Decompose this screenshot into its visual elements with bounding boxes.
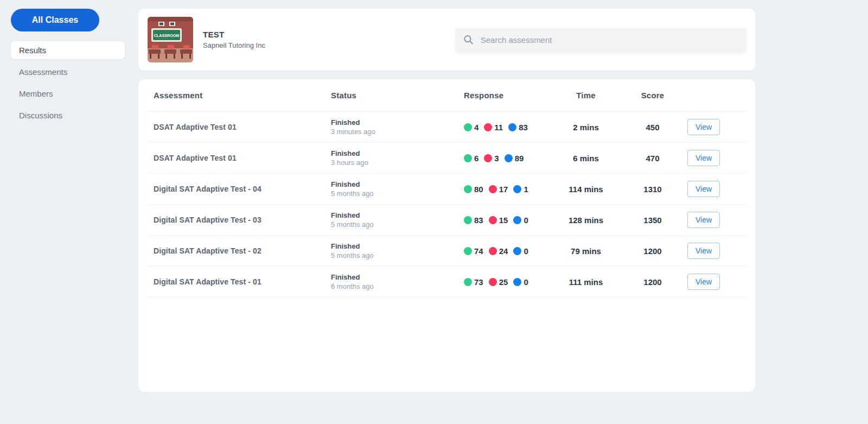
status-text: Finished: [331, 273, 464, 281]
response-cell: 74 24 0: [464, 246, 545, 256]
unanswered-group: 0: [513, 246, 528, 256]
correct-group: 4: [464, 123, 478, 132]
incorrect-group: 3: [484, 154, 499, 163]
view-cell: View: [679, 274, 747, 290]
score-cell: 1200: [627, 246, 679, 256]
correct-dot-icon: [464, 185, 472, 193]
sidebar: All Classes Results Assessments Members …: [11, 9, 125, 128]
incorrect-count: 24: [499, 246, 508, 256]
unanswered-count: 89: [515, 154, 524, 163]
search-bar[interactable]: [455, 28, 746, 52]
main-content: CLASSROOM TEST Sapneil Tutoring Inc: [138, 9, 755, 392]
unanswered-group: 0: [513, 216, 528, 225]
incorrect-group: 24: [489, 246, 508, 256]
search-icon: [463, 34, 474, 45]
view-cell: View: [679, 212, 747, 228]
unanswered-count: 0: [524, 277, 528, 287]
correct-group: 83: [464, 216, 483, 225]
svg-text:CLASSROOM: CLASSROOM: [154, 33, 180, 38]
correct-group: 80: [464, 185, 483, 194]
view-button[interactable]: View: [687, 243, 720, 259]
status-text: Finished: [331, 180, 464, 188]
status-cell: Finished 5 months ago: [331, 180, 464, 198]
time-cell: 79 mins: [545, 246, 627, 256]
score-cell: 450: [627, 123, 679, 132]
incorrect-group: 17: [489, 185, 508, 194]
sidebar-item-results[interactable]: Results: [11, 41, 125, 59]
search-input[interactable]: [481, 35, 738, 45]
correct-dot-icon: [464, 216, 472, 224]
unanswered-count: 0: [524, 246, 528, 256]
sidebar-item-members[interactable]: Members: [11, 85, 125, 103]
status-time-ago: 5 months ago: [331, 220, 464, 229]
incorrect-count: 11: [494, 123, 503, 132]
sidebar-menu: Results Assessments Members Discussions: [11, 41, 125, 124]
view-button[interactable]: View: [687, 212, 720, 228]
status-cell: Finished 5 months ago: [331, 211, 464, 229]
table-row: Digital SAT Adaptive Test - 02 Finished …: [146, 236, 747, 267]
status-cell: Finished 6 months ago: [331, 273, 464, 290]
correct-dot-icon: [464, 123, 472, 131]
incorrect-group: 11: [484, 123, 503, 132]
incorrect-dot-icon: [489, 247, 497, 255]
unanswered-group: 89: [505, 154, 524, 163]
correct-count: 83: [474, 216, 483, 225]
incorrect-count: 15: [499, 216, 508, 225]
assessment-name: Digital SAT Adaptive Test - 02: [146, 246, 331, 255]
assessment-name: Digital SAT Adaptive Test - 04: [146, 185, 331, 193]
time-cell: 2 mins: [545, 123, 627, 132]
unanswered-group: 83: [508, 123, 528, 132]
status-text: Finished: [331, 118, 464, 126]
incorrect-dot-icon: [484, 123, 492, 131]
unanswered-dot-icon: [513, 278, 521, 286]
correct-count: 6: [474, 154, 478, 163]
sidebar-item-assessments[interactable]: Assessments: [11, 63, 125, 81]
incorrect-group: 15: [489, 216, 508, 225]
correct-count: 74: [474, 246, 483, 256]
status-text: Finished: [331, 242, 464, 250]
classroom-image: CLASSROOM: [148, 17, 193, 62]
status-time-ago: 6 months ago: [331, 282, 464, 290]
correct-count: 80: [474, 185, 483, 194]
table-row: DSAT Adaptive Test 01 Finished 3 hours a…: [146, 143, 747, 174]
results-table-card: Assessment Status Response Time Score DS…: [138, 79, 755, 392]
sidebar-item-discussions[interactable]: Discussions: [11, 106, 125, 124]
column-header-status: Status: [331, 91, 464, 100]
view-button[interactable]: View: [687, 181, 720, 197]
view-button[interactable]: View: [687, 150, 720, 166]
unanswered-count: 83: [519, 123, 528, 132]
time-cell: 6 mins: [545, 154, 627, 163]
assessment-name: Digital SAT Adaptive Test - 03: [146, 216, 331, 224]
incorrect-count: 3: [494, 154, 499, 163]
classroom-illustration-icon: CLASSROOM: [148, 17, 193, 62]
incorrect-count: 25: [499, 277, 508, 287]
score-cell: 1350: [627, 216, 679, 225]
score-cell: 470: [627, 154, 679, 163]
status-time-ago: 3 minutes ago: [331, 128, 464, 136]
score-cell: 1200: [627, 277, 679, 287]
status-time-ago: 3 hours ago: [331, 159, 464, 167]
unanswered-group: 0: [513, 277, 528, 287]
unanswered-dot-icon: [513, 216, 521, 224]
column-header-assessment: Assessment: [146, 91, 331, 100]
unanswered-dot-icon: [513, 185, 521, 193]
incorrect-count: 17: [499, 185, 508, 194]
response-cell: 73 25 0: [464, 277, 545, 287]
class-title: TEST: [203, 30, 265, 39]
all-classes-button[interactable]: All Classes: [11, 9, 99, 31]
view-button[interactable]: View: [687, 274, 720, 290]
column-header-response: Response: [464, 91, 545, 100]
status-cell: Finished 3 hours ago: [331, 149, 464, 167]
unanswered-count: 0: [524, 216, 528, 225]
correct-group: 6: [464, 154, 478, 163]
response-cell: 6 3 89: [464, 154, 545, 163]
column-header-time: Time: [545, 91, 627, 100]
status-cell: Finished 3 minutes ago: [331, 118, 464, 136]
incorrect-dot-icon: [489, 185, 497, 193]
score-cell: 1310: [627, 185, 679, 194]
view-cell: View: [679, 181, 747, 197]
assessment-name: Digital SAT Adaptive Test - 01: [146, 277, 331, 286]
unanswered-dot-icon: [513, 247, 521, 255]
view-button[interactable]: View: [687, 119, 720, 135]
unanswered-group: 1: [513, 185, 528, 194]
